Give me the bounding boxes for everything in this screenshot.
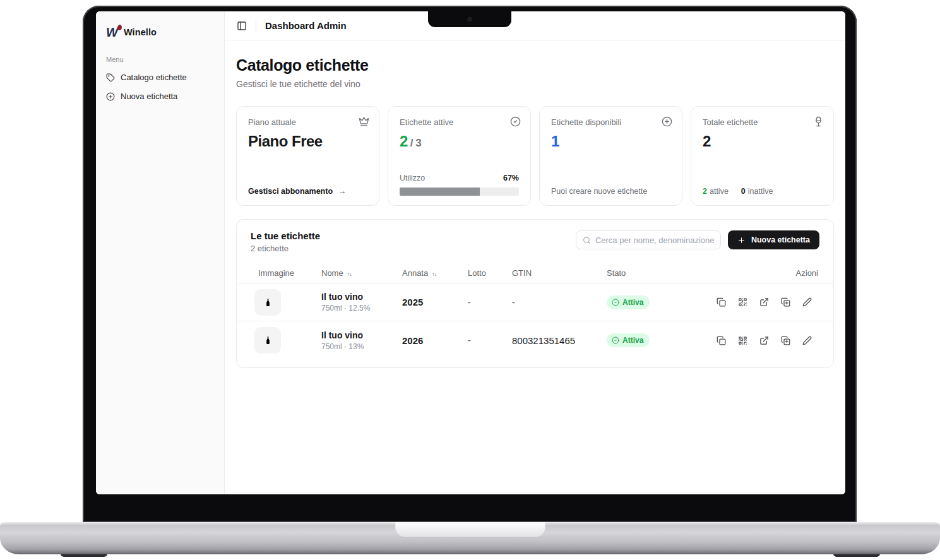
new-label-button[interactable]: Nuova etichetta bbox=[728, 230, 819, 249]
sort-icon: ↑↓ bbox=[432, 271, 436, 277]
bottle-icon bbox=[264, 292, 272, 313]
open-external-action-button[interactable] bbox=[759, 336, 769, 345]
card-label: Etichette attive bbox=[400, 117, 519, 127]
search-box[interactable] bbox=[576, 230, 721, 249]
table-row[interactable]: Il tuo vino 750ml · 12.5% 2025 - - Attiv… bbox=[237, 283, 833, 321]
crown-icon bbox=[359, 116, 369, 129]
column-annata[interactable]: Annata↑↓ bbox=[402, 268, 468, 278]
copy-plus-icon bbox=[781, 297, 790, 307]
manage-subscription-link[interactable]: Gestisci abbonamento → bbox=[248, 187, 367, 196]
table-row[interactable]: Il tuo vino 750ml · 13% 2026 - 800321351… bbox=[237, 321, 833, 359]
column-immagine: Immagine bbox=[251, 268, 321, 278]
sidebar-toggle-icon[interactable] bbox=[237, 21, 247, 31]
column-azioni: Azioni bbox=[713, 268, 819, 278]
sidebar-item-nuova-etichetta[interactable]: Nuova etichetta bbox=[106, 92, 214, 101]
plus-icon bbox=[737, 236, 746, 244]
cell-annata: 2026 bbox=[402, 335, 468, 346]
copy-action-button[interactable] bbox=[717, 297, 726, 307]
usage-percent: 67% bbox=[503, 174, 519, 182]
card-label: Piano attuale bbox=[248, 117, 367, 127]
laptop-lid: W Winello Menu Catalogo etichette Nuova … bbox=[83, 6, 857, 522]
sidebar: W Winello Menu Catalogo etichette Nuova … bbox=[96, 11, 225, 494]
available-labels-value: 1 bbox=[551, 133, 670, 150]
laptop-notch bbox=[428, 11, 511, 27]
usage-bar-track bbox=[400, 188, 519, 196]
search-icon bbox=[583, 236, 591, 244]
usage-bar-fill bbox=[400, 188, 480, 196]
card-etichette-attive: Etichette attive 2/ 3 Utilizzo 67% bbox=[388, 106, 531, 206]
manage-subscription-label: Gestisci abbonamento bbox=[248, 187, 333, 196]
usage-label: Utilizzo bbox=[400, 174, 425, 182]
external-link-icon bbox=[759, 336, 769, 345]
copy-plus-icon bbox=[781, 336, 790, 345]
column-gtin: GTIN bbox=[512, 268, 607, 278]
table-header-row: Immagine Nome↑↓ Annata↑↓ Lotto GTIN Stat… bbox=[237, 263, 833, 283]
search-input[interactable] bbox=[595, 235, 714, 245]
wine-details: 750ml · 13% bbox=[321, 342, 402, 351]
open-external-action-button[interactable] bbox=[759, 297, 769, 307]
main-area: Dashboard Admin Catalogo etichette Gesti… bbox=[225, 11, 845, 494]
check-circle-icon bbox=[612, 337, 619, 344]
webcam-icon bbox=[468, 17, 472, 21]
column-nome[interactable]: Nome↑↓ bbox=[321, 268, 402, 278]
edit-action-button[interactable] bbox=[802, 297, 812, 307]
labels-table-card: Le tue etichette 2 etichette bbox=[236, 219, 834, 368]
copy-action-button[interactable] bbox=[717, 336, 726, 345]
wine-bottle-thumbnail bbox=[254, 327, 281, 354]
laptop-base bbox=[0, 522, 940, 554]
active-labels-value: 2/ 3 bbox=[400, 133, 519, 150]
laptop-groove bbox=[395, 522, 545, 538]
external-link-icon bbox=[759, 297, 769, 307]
column-lotto: Lotto bbox=[468, 268, 512, 278]
wine-details: 750ml · 12.5% bbox=[321, 304, 402, 313]
sidebar-item-label: Nuova etichetta bbox=[121, 92, 177, 101]
status-badge: Attiva bbox=[607, 295, 650, 309]
page-content: Catalogo etichette Gestisci le tue etich… bbox=[225, 40, 845, 368]
page-subtitle: Gestisci le tue etichette del vino bbox=[236, 79, 834, 89]
card-piano-attuale: Piano attuale Piano Free Gestisci abbona… bbox=[236, 106, 379, 206]
cell-gtin: 800321351465 bbox=[512, 335, 607, 346]
sidebar-item-catalogo-etichette[interactable]: Catalogo etichette bbox=[106, 73, 214, 82]
total-labels-value: 2 bbox=[703, 133, 822, 150]
copy-icon bbox=[717, 336, 726, 345]
circle-plus-icon bbox=[662, 116, 672, 129]
stat-cards: Piano attuale Piano Free Gestisci abbona… bbox=[236, 106, 834, 206]
bottle-icon bbox=[264, 330, 272, 350]
status-badge: Attiva bbox=[607, 333, 650, 347]
topbar-divider bbox=[256, 20, 256, 32]
plan-value: Piano Free bbox=[248, 133, 367, 150]
cell-lotto: - bbox=[468, 335, 512, 345]
card-label: Etichette disponibili bbox=[551, 117, 670, 127]
inactive-split: 0inattive bbox=[741, 187, 773, 196]
screen: W Winello Menu Catalogo etichette Nuova … bbox=[96, 11, 845, 494]
card-etichette-disponibili: Etichette disponibili 1 Puoi creare nuov… bbox=[539, 106, 682, 206]
check-circle-icon bbox=[612, 299, 619, 306]
available-caption: Puoi creare nuove etichette bbox=[551, 187, 670, 196]
active-limit: / 3 bbox=[410, 137, 421, 149]
brand: W Winello bbox=[106, 26, 214, 39]
duplicate-action-button[interactable] bbox=[781, 297, 790, 307]
page-title: Catalogo etichette bbox=[236, 56, 834, 74]
pencil-icon bbox=[802, 336, 812, 345]
topbar-title: Dashboard Admin bbox=[265, 20, 347, 31]
cell-annata: 2025 bbox=[402, 297, 468, 307]
cell-lotto: - bbox=[468, 297, 512, 307]
edit-action-button[interactable] bbox=[802, 336, 812, 345]
sort-icon: ↑↓ bbox=[347, 271, 352, 277]
topbar: Dashboard Admin bbox=[225, 11, 845, 40]
new-label-button-text: Nuova etichetta bbox=[751, 235, 810, 244]
copy-icon bbox=[717, 297, 726, 307]
cell-gtin: - bbox=[512, 297, 607, 307]
sidebar-item-label: Catalogo etichette bbox=[121, 73, 187, 82]
arrow-right-icon: → bbox=[338, 187, 347, 196]
active-split: 2attive bbox=[703, 187, 729, 196]
column-stato: Stato bbox=[607, 268, 713, 278]
duplicate-action-button[interactable] bbox=[781, 336, 790, 345]
menu-section-label: Menu bbox=[106, 56, 214, 63]
wine-glass-icon bbox=[813, 116, 824, 129]
qr-code-action-button[interactable] bbox=[738, 297, 747, 307]
circle-plus-icon bbox=[106, 92, 115, 101]
qr-code-action-button[interactable] bbox=[738, 336, 747, 345]
wine-bottle-thumbnail bbox=[254, 289, 281, 316]
brand-name: Winello bbox=[124, 27, 157, 37]
